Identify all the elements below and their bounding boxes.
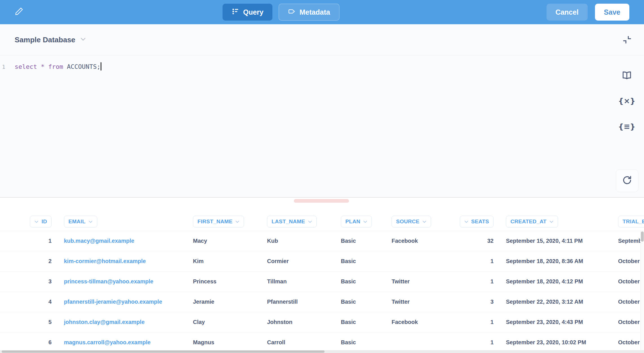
table-cell[interactable]: Tillman (267, 278, 341, 285)
horizontal-scrollbar-thumb[interactable] (2, 350, 325, 353)
table-cell[interactable]: 3 (17, 278, 64, 285)
table-row: 2kim-cormier@hotmail.exampleKimCormierBa… (0, 251, 644, 272)
table-cell[interactable]: Clay (193, 319, 267, 325)
chevron-down-icon (308, 219, 312, 225)
table-cell[interactable]: Basic (341, 238, 392, 244)
table-cell[interactable]: 1 (452, 339, 506, 346)
refresh-icon (622, 175, 632, 187)
table-cell[interactable]: September 18, 2020, 4:12 PM (506, 278, 618, 285)
table-cell[interactable]: Kim (193, 258, 267, 264)
table-cell[interactable]: Kub (267, 238, 341, 244)
column-header-source[interactable]: SOURCE (392, 216, 431, 228)
table-cell[interactable]: Johnston (267, 319, 341, 325)
column-header-trial[interactable]: TRIAL_EN (618, 216, 644, 228)
table-cell[interactable]: 1 (17, 238, 64, 244)
column-header-seats[interactable]: SEATS (460, 216, 494, 228)
table-cell[interactable]: Pfannerstill (267, 299, 341, 305)
results-table: IDEMAILFIRST_NAMELAST_NAMEPLANSOURCESEAT… (0, 198, 644, 353)
table-cell[interactable]: 1 (452, 258, 506, 264)
table-cell[interactable]: 4 (17, 299, 64, 305)
save-button[interactable]: Save (595, 4, 629, 21)
table-cell[interactable]: 1 (452, 319, 506, 325)
table-cell[interactable]: September 18, 2020, 8:36 AM (506, 258, 618, 264)
table-cell[interactable]: Basic (341, 319, 392, 325)
tab-metadata[interactable]: Metadata (279, 4, 339, 21)
chevron-down-icon (34, 219, 39, 225)
table-cell[interactable]: Facebook (392, 238, 452, 244)
metabase-native-query-editor: Query Metadata Cancel Save Sample Databa… (0, 0, 644, 353)
table-cell-email[interactable]: johnston.clay@gmail.example (64, 319, 193, 325)
table-cell[interactable]: Basic (341, 299, 392, 305)
database-row: Sample Database (0, 24, 644, 56)
table-cell[interactable]: September 15, 2020, 4:11 PM (506, 238, 618, 244)
table-row: 3princess-tillman@yahoo.examplePrincessT… (0, 272, 644, 292)
chevron-down-icon (363, 219, 367, 225)
table-row: 6magnus.carroll@yahoo.exampleMagnusCarro… (0, 332, 644, 353)
vertical-scrollbar[interactable] (640, 231, 644, 350)
editor-tab-group: Query Metadata (223, 4, 339, 21)
table-cell-email[interactable]: magnus.carroll@yahoo.example (64, 339, 193, 346)
table-cell[interactable]: 3 (452, 299, 506, 305)
table-cell[interactable]: Jeramie (193, 299, 267, 305)
table-cell[interactable]: Twitter (392, 278, 452, 285)
chevron-down-icon (422, 219, 427, 225)
chevron-down-icon (88, 219, 93, 225)
table-cell[interactable]: Macy (193, 238, 267, 244)
column-header-plan[interactable]: PLAN (341, 216, 372, 228)
data-reference-icon[interactable] (621, 70, 633, 81)
table-cell[interactable]: Cormier (267, 258, 341, 264)
database-name: Sample Database (15, 36, 75, 44)
table-cell[interactable]: Basic (341, 278, 392, 285)
pencil-icon (15, 7, 24, 16)
table-cell[interactable]: 1 (452, 278, 506, 285)
table-cell[interactable]: Carroll (267, 339, 341, 346)
table-cell-email[interactable]: princess-tillman@yahoo.example (64, 278, 193, 285)
column-header-email[interactable]: EMAIL (64, 216, 97, 228)
query-results-section: IDEMAILFIRST_NAMELAST_NAMEPLANSOURCESEAT… (0, 197, 644, 353)
variables-icon[interactable]: {×} (621, 95, 633, 107)
column-header-first_name[interactable]: FIRST_NAME (193, 216, 244, 228)
table-cell-email[interactable]: pfannerstill-jeramie@yahoo.example (64, 299, 193, 305)
table-cell-email[interactable]: kim-cormier@hotmail.example (64, 258, 193, 264)
column-header-last_name[interactable]: LAST_NAME (267, 216, 317, 228)
table-cell[interactable]: Magnus (193, 339, 267, 346)
column-header-created_at[interactable]: CREATED_AT (506, 216, 558, 228)
table-row: 5johnston.clay@gmail.exampleClayJohnston… (0, 312, 644, 332)
sql-code-line: select * from ACCOUNTS; (15, 62, 644, 70)
edit-mode-topbar: Query Metadata Cancel Save (0, 0, 644, 24)
tag-icon (288, 8, 296, 17)
horizontal-scrollbar[interactable] (0, 350, 644, 353)
collapse-editor-icon[interactable] (621, 34, 633, 45)
table-cell[interactable]: Basic (341, 258, 392, 264)
editor-resize-handle[interactable] (294, 199, 349, 203)
table-cell[interactable]: September 23, 2020, 4:43 PM (506, 319, 618, 325)
vertical-scrollbar-thumb[interactable] (641, 231, 644, 242)
chevron-down-icon (80, 37, 86, 42)
table-cell[interactable]: September 22, 2020, 3:12 AM (506, 299, 618, 305)
list-icon (232, 8, 239, 17)
table-cell[interactable]: Princess (193, 278, 267, 285)
line-number: 1 (2, 63, 5, 70)
table-body: 1kub.macy@gmail.exampleMacyKubBasicFaceb… (0, 231, 644, 353)
cancel-button[interactable]: Cancel (547, 4, 588, 21)
tab-metadata-label: Metadata (299, 8, 330, 16)
column-header-label: FIRST_NAME (197, 219, 232, 225)
table-cell[interactable]: Basic (341, 339, 392, 346)
run-query-button[interactable] (616, 169, 638, 192)
table-cell[interactable]: 5 (17, 319, 64, 325)
column-header-id[interactable]: ID (30, 216, 52, 228)
table-cell[interactable]: Twitter (392, 299, 452, 305)
table-cell[interactable]: 6 (17, 339, 64, 346)
column-header-label: PLAN (345, 219, 360, 225)
table-cell-email[interactable]: kub.macy@gmail.example (64, 238, 193, 244)
table-cell[interactable]: September 23, 2020, 10:02 PM (506, 339, 618, 346)
column-header-label: LAST_NAME (272, 219, 305, 225)
database-picker[interactable]: Sample Database (15, 36, 86, 44)
column-header-label: CREATED_AT (510, 219, 547, 225)
sql-code-editor[interactable]: 1 select * from ACCOUNTS; (0, 56, 644, 70)
table-cell[interactable]: 32 (452, 238, 506, 244)
tab-query[interactable]: Query (223, 4, 272, 21)
snippets-icon[interactable]: {≡} (621, 120, 633, 132)
table-cell[interactable]: 2 (17, 258, 64, 264)
table-cell[interactable]: Facebook (392, 319, 452, 325)
